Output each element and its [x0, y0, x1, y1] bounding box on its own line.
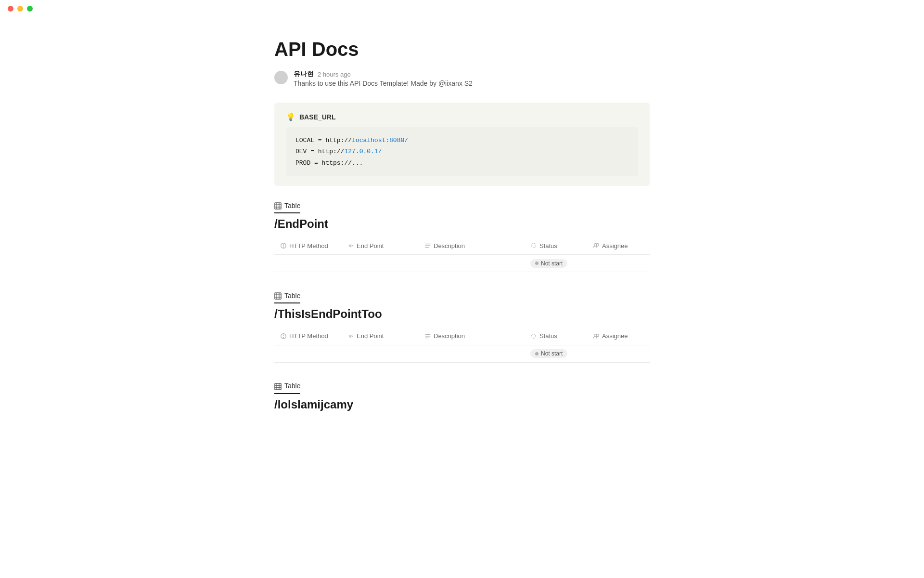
svg-point-7	[283, 247, 284, 248]
author-time: 2 hours ago	[318, 71, 351, 78]
table-row: Not start	[274, 255, 650, 272]
table-row: Not start	[274, 345, 650, 362]
svg-rect-0	[275, 203, 281, 209]
cell-status: Not start	[525, 255, 587, 272]
status-dot	[535, 352, 539, 355]
base-url-header: 💡 BASE_URL	[286, 112, 638, 121]
table-icon-2	[274, 291, 282, 300]
endpoint-title-3: /lolslamijcamy	[274, 398, 650, 411]
svg-rect-28	[275, 383, 281, 390]
table-label-text-1: Table	[284, 202, 300, 210]
api-table-2: HTTP Method End Point Description	[274, 328, 650, 363]
code-line-prod: PROD = https://...	[295, 158, 629, 169]
svg-rect-14	[275, 293, 281, 299]
endpoint-title-2: /ThisIsEndPointToo	[274, 307, 650, 321]
th-status-1: Status	[525, 238, 587, 255]
author-info: 유나현 2 hours ago Thanks to use this API D…	[294, 70, 473, 87]
base-url-block: 💡 BASE_URL LOCAL = http://localhost:8080…	[274, 103, 650, 186]
status-dot	[535, 262, 539, 265]
table-header-row-2: HTTP Method End Point Description	[274, 328, 650, 345]
th-assignee-2: Assignee	[587, 328, 650, 345]
section-endpoint-3: Table /lolslamijcamy	[274, 382, 650, 411]
th-end-point-2: End Point	[342, 328, 419, 345]
cell-description	[419, 345, 525, 362]
table-icon-3	[274, 382, 282, 390]
th-http-method-2: HTTP Method	[274, 328, 342, 345]
author-name: 유나현	[294, 70, 314, 79]
th-status-2: Status	[525, 328, 587, 345]
author-description: Thanks to use this API Docs Template! Ma…	[294, 79, 473, 87]
author-meta: 유나현 2 hours ago	[294, 70, 473, 79]
status-text: Not start	[541, 260, 563, 267]
th-http-method-1: HTTP Method	[274, 238, 342, 255]
section-endpoint-1: Table /EndPoint HTTP Method End Point	[274, 201, 650, 272]
svg-point-11	[532, 244, 536, 248]
code-line-dev: DEV = http://127.0.0.1/	[295, 146, 629, 157]
main-content: API Docs 유나현 2 hours ago Thanks to use t…	[255, 0, 669, 479]
table-label-1: Table	[274, 201, 300, 213]
table-icon-1	[274, 201, 282, 210]
table-label-3: Table	[274, 382, 300, 394]
cell-end-point	[342, 255, 419, 272]
code-block: LOCAL = http://localhost:8080/ DEV = htt…	[286, 127, 638, 176]
cell-description	[419, 255, 525, 272]
table-label-text-2: Table	[284, 292, 300, 300]
th-description-2: Description	[419, 328, 525, 345]
cell-end-point	[342, 345, 419, 362]
th-assignee-1: Assignee	[587, 238, 650, 255]
base-url-label: BASE_URL	[299, 113, 335, 121]
th-description-1: Description	[419, 238, 525, 255]
table-label-2: Table	[274, 291, 300, 303]
section-endpoint-2: Table /ThisIsEndPointToo HTTP Method End	[274, 291, 650, 362]
status-badge: Not start	[530, 259, 567, 268]
code-line-local: LOCAL = http://localhost:8080/	[295, 135, 629, 146]
table-header-row-1: HTTP Method End Point Description	[274, 238, 650, 255]
api-table-1: HTTP Method End Point Description	[274, 238, 650, 273]
avatar	[274, 71, 288, 84]
cell-http-method	[274, 345, 342, 362]
cell-assignee	[587, 345, 650, 362]
endpoint-title-1: /EndPoint	[274, 217, 650, 231]
minimize-button[interactable]	[17, 6, 23, 12]
titlebar	[0, 0, 924, 17]
cell-status: Not start	[525, 345, 587, 362]
table-label-text-3: Table	[284, 382, 300, 390]
page-title: API Docs	[274, 39, 650, 60]
close-button[interactable]	[8, 6, 13, 12]
maximize-button[interactable]	[27, 6, 33, 12]
th-end-point-1: End Point	[342, 238, 419, 255]
status-text: Not start	[541, 350, 563, 357]
svg-point-25	[532, 334, 536, 338]
author-section: 유나현 2 hours ago Thanks to use this API D…	[274, 70, 650, 87]
status-badge: Not start	[530, 349, 567, 358]
cell-assignee	[587, 255, 650, 272]
cell-http-method	[274, 255, 342, 272]
svg-point-21	[283, 337, 284, 338]
bulb-icon: 💡	[286, 112, 295, 121]
